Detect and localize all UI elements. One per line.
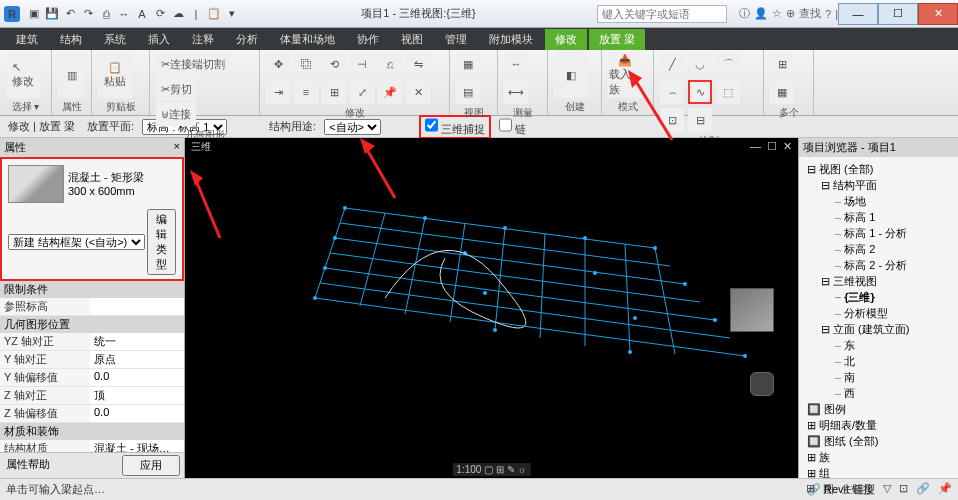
multi-icon[interactable]: ⊞	[770, 52, 794, 76]
material-value[interactable]: 混凝土 - 现场…	[90, 440, 184, 452]
measure-icon[interactable]: ↔	[504, 52, 528, 76]
trim-icon[interactable]: ⊣	[350, 52, 374, 76]
copy-icon[interactable]: ⿻	[294, 52, 318, 76]
signin-icon[interactable]: ⊕	[786, 7, 795, 20]
opt-usage-select[interactable]: <自动>	[324, 119, 381, 135]
window-minimize-button[interactable]: —	[838, 3, 878, 25]
arc-icon[interactable]: ◡	[688, 52, 712, 76]
tree-fam[interactable]: ⊞ 族	[801, 449, 956, 465]
yz-just-value[interactable]: 统一	[90, 333, 184, 350]
align-icon[interactable]: ≡	[294, 80, 318, 104]
view-icon[interactable]: ▦	[456, 52, 480, 76]
info-icon[interactable]: ⓘ	[739, 6, 750, 21]
group-constraints[interactable]: 限制条件	[0, 281, 184, 298]
qat-more-icon[interactable]: ▾	[224, 6, 240, 22]
tree-site[interactable]: 场地	[801, 193, 956, 209]
tree-l2a[interactable]: 标高 2 - 分析	[801, 257, 956, 273]
tree-views[interactable]: ⊟ 视图 (全部)	[801, 161, 956, 177]
help-label[interactable]: 查找	[799, 6, 821, 21]
tree-3dviews[interactable]: ⊟ 三维视图	[801, 273, 956, 289]
group-geom[interactable]: 几何图形位置	[0, 316, 184, 333]
help-icon[interactable]: ?	[825, 8, 831, 20]
window-maximize-button[interactable]: ☐	[878, 3, 918, 25]
scale-icon[interactable]: ⤢	[350, 80, 374, 104]
search-input[interactable]	[597, 5, 727, 23]
viewcube[interactable]	[730, 288, 774, 332]
group-material[interactable]: 材质和装饰	[0, 423, 184, 440]
cope-button[interactable]: ✂ 连接端切割	[156, 52, 230, 76]
z-just-value[interactable]: 顶	[90, 387, 184, 404]
tab-collab[interactable]: 协作	[347, 29, 389, 50]
spline-icon[interactable]: ∿	[688, 80, 712, 104]
star-icon[interactable]: ☆	[772, 7, 782, 20]
offset-icon[interactable]: ⇥	[266, 80, 290, 104]
tab-mass[interactable]: 体量和场地	[270, 29, 345, 50]
tree-east[interactable]: 东	[801, 337, 956, 353]
tab-modify[interactable]: 修改	[545, 29, 587, 50]
qat-redo-icon[interactable]: ↷	[80, 6, 96, 22]
status-select-icon[interactable]: ⊡	[899, 482, 908, 497]
tree-3d[interactable]: {三维}	[801, 289, 956, 305]
tree-sched[interactable]: ⊞ 明细表/数量	[801, 417, 956, 433]
tab-anno[interactable]: 注释	[182, 29, 224, 50]
tab-sys[interactable]: 系统	[94, 29, 136, 50]
tree-sheets[interactable]: 🔲 图纸 (全部)	[801, 433, 956, 449]
paste-icon[interactable]: 📋粘贴	[98, 52, 132, 98]
user-icon[interactable]: 👤	[754, 7, 768, 20]
tree-analytic[interactable]: 分析模型	[801, 305, 956, 321]
qat-cloud-icon[interactable]: ☁	[170, 6, 186, 22]
qat-open-icon[interactable]: ▣	[26, 6, 42, 22]
y-just-value[interactable]: 原点	[90, 351, 184, 368]
move-icon[interactable]: ✥	[266, 52, 290, 76]
type-info[interactable]: 混凝土 - 矩形梁 300 x 600mm	[68, 170, 144, 198]
delete-icon[interactable]: ✕	[406, 80, 430, 104]
cut-button[interactable]: ✂ 剪切	[156, 77, 197, 101]
grid-icon[interactable]: ▦	[770, 80, 794, 104]
pick3-icon[interactable]: ⊟	[688, 108, 712, 132]
status-worksets-icon[interactable]: ⊞	[806, 482, 815, 497]
tab-analyze[interactable]: 分析	[226, 29, 268, 50]
create-icon[interactable]: ◧	[554, 52, 588, 98]
tab-insert[interactable]: 插入	[138, 29, 180, 50]
pick-icon[interactable]: ⬚	[716, 80, 740, 104]
viewport-3d[interactable]: 三维 — ☐ ✕	[185, 138, 798, 478]
qat-sync-icon[interactable]: ⟳	[152, 6, 168, 22]
window-close-button[interactable]: ✕	[918, 3, 958, 25]
load-family-button[interactable]: 📥载入族	[608, 52, 642, 98]
rotate-icon[interactable]: ⟲	[322, 52, 346, 76]
tree-south[interactable]: 南	[801, 369, 956, 385]
arc3-icon[interactable]: ⌢	[660, 80, 684, 104]
props-close-icon[interactable]: ×	[174, 140, 180, 155]
tree-l2[interactable]: 标高 2	[801, 241, 956, 257]
dim-icon[interactable]: ⟷	[504, 80, 528, 104]
split-icon[interactable]: ⎌	[378, 52, 402, 76]
status-filter-icon[interactable]: ▽	[883, 482, 891, 497]
tree-elev[interactable]: ⊟ 立面 (建筑立面)	[801, 321, 956, 337]
select-icon[interactable]: ↖修改	[6, 52, 40, 98]
line-icon[interactable]: ╱	[660, 52, 684, 76]
tree-structplans[interactable]: ⊟ 结构平面	[801, 177, 956, 193]
tab-place-beam[interactable]: 放置 梁	[589, 29, 645, 50]
pin-icon[interactable]: 📌	[378, 80, 402, 104]
join-button[interactable]: ⊎ 连接	[156, 102, 196, 126]
tab-addin[interactable]: 附加模块	[479, 29, 543, 50]
qat-print-icon[interactable]: ⎙	[98, 6, 114, 22]
nav-wheel-icon[interactable]	[750, 372, 774, 396]
view2-icon[interactable]: ▤	[456, 80, 480, 104]
qat-text-icon[interactable]: A	[134, 6, 150, 22]
ref-level-input[interactable]	[94, 299, 180, 311]
tree-north[interactable]: 北	[801, 353, 956, 369]
qat-measure-icon[interactable]: ↔	[116, 6, 132, 22]
status-pin-icon[interactable]: 📌	[938, 482, 952, 497]
array-icon[interactable]: ⊞	[322, 80, 346, 104]
qat-save-icon[interactable]: 💾	[44, 6, 60, 22]
qat-undo-icon[interactable]: ↶	[62, 6, 78, 22]
tree-l1a[interactable]: 标高 1 - 分析	[801, 225, 956, 241]
properties-icon[interactable]: ▥	[58, 52, 85, 98]
arc2-icon[interactable]: ⌒	[716, 52, 740, 76]
z-offset-value[interactable]: 0.0	[90, 405, 184, 422]
pick2-icon[interactable]: ⊡	[660, 108, 684, 132]
y-offset-value[interactable]: 0.0	[90, 369, 184, 386]
tree-legend[interactable]: 🔲 图例	[801, 401, 956, 417]
filter-select[interactable]: 新建 结构框架 (<自动>)	[8, 234, 145, 250]
